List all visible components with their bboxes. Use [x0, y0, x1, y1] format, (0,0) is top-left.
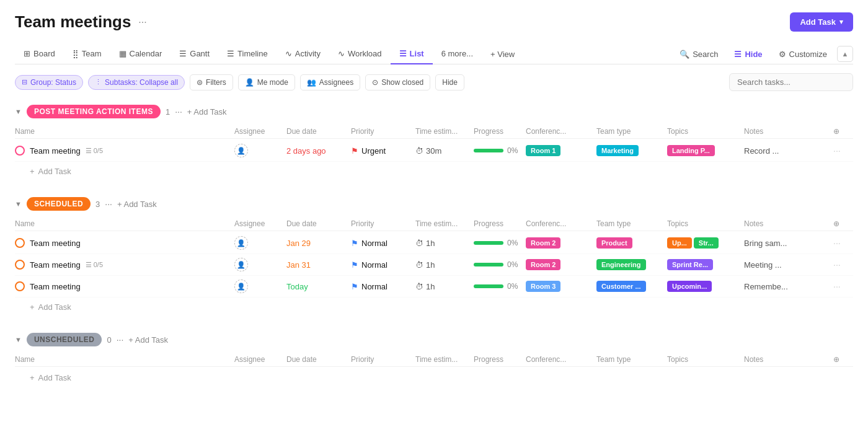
add-task-row-post-meeting[interactable]: + Add Task — [15, 162, 853, 178]
table-row: Team meeting ☰ 0/5 👤 Jan 31 ⚑ Normal ⏱ 1… — [15, 254, 853, 276]
tab-calendar[interactable]: ▦ Calendar — [110, 44, 171, 64]
priority-flag-icon: ⚑ — [351, 260, 358, 270]
col-topics: Topics — [667, 355, 742, 364]
task-status-icon[interactable] — [15, 281, 25, 291]
task-name[interactable]: Team meeting — [30, 260, 81, 270]
me-mode-button[interactable]: 👤 Me mode — [238, 74, 295, 90]
toolbar: ⊟ Group: Status ⋮ Subtasks: Collapse all… — [15, 73, 853, 91]
section-more-scheduled[interactable]: ··· — [105, 199, 112, 209]
tab-team[interactable]: ⣿ Team — [64, 44, 110, 64]
more-options-icon[interactable]: ··· — [138, 17, 146, 28]
task-status-icon[interactable] — [15, 238, 25, 248]
team-type-tag[interactable]: Engineering — [596, 259, 646, 270]
conference-tag[interactable]: Room 2 — [526, 237, 560, 249]
assignee-avatar[interactable]: 👤 — [234, 236, 248, 250]
tab-workload[interactable]: ∿ Workload — [329, 44, 391, 64]
topic-tag[interactable]: Up... — [667, 237, 692, 249]
task-name[interactable]: Team meeting — [30, 282, 81, 291]
search-input[interactable] — [729, 73, 853, 91]
conference-tag[interactable]: Room 3 — [526, 281, 560, 292]
section-header-post-meeting[interactable]: ▼ POST MEETING ACTION ITEMS 1 ··· + Add … — [15, 101, 853, 122]
assignee-avatar[interactable]: 👤 — [234, 280, 248, 293]
team-type-tag[interactable]: Product — [596, 237, 632, 249]
plus-icon: + — [30, 302, 35, 312]
search-button[interactable]: 🔍 Search — [673, 46, 724, 63]
task-name[interactable]: Team meeting — [30, 146, 81, 156]
add-task-row-scheduled[interactable]: + Add Task — [15, 297, 853, 314]
col-add[interactable]: ⊕ — [833, 127, 852, 136]
row-more-icon[interactable]: ··· — [833, 281, 852, 291]
col-name: Name — [15, 355, 232, 364]
section-header-unscheduled[interactable]: ▼ UNSCHEDULED 0 ··· + Add Task — [15, 329, 853, 350]
progress-value: 0% — [507, 146, 518, 155]
hide-button[interactable]: ☰ Hide — [728, 46, 768, 63]
col-priority: Priority — [351, 355, 413, 364]
tab-list[interactable]: ☰ List — [391, 44, 433, 64]
assignee-avatar[interactable]: 👤 — [234, 144, 248, 157]
row-more-icon[interactable]: ··· — [833, 238, 852, 248]
header-left: Team meetings ··· — [15, 12, 147, 32]
nav-tabs: ⊞ Board ⣿ Team ▦ Calendar ☰ Gantt ☰ Time… — [15, 44, 853, 64]
team-type-cell: Marketing — [596, 145, 665, 156]
row-more-icon[interactable]: ··· — [833, 146, 852, 156]
assignee-avatar[interactable]: 👤 — [234, 258, 248, 271]
tab-gantt[interactable]: ☰ Gantt — [170, 44, 218, 64]
section-more-unscheduled[interactable]: ··· — [117, 335, 124, 345]
tab-more[interactable]: 6 more... — [433, 44, 482, 64]
col-notes: Notes — [744, 127, 831, 136]
subtasks-chip[interactable]: ⋮ Subtasks: Collapse all — [88, 75, 185, 90]
hide-toolbar-button[interactable]: Hide — [435, 74, 464, 90]
section-add-task-unscheduled[interactable]: + Add Task — [128, 335, 168, 345]
section-more-post-meeting[interactable]: ··· — [175, 107, 182, 117]
assignee-cell: 👤 — [234, 144, 284, 157]
due-date: Jan 31 — [286, 260, 348, 270]
priority-label: Normal — [361, 260, 388, 270]
section-header-scheduled[interactable]: ▼ SCHEDULED 3 ··· + Add Task — [15, 193, 853, 214]
group-status-chip[interactable]: ⊟ Group: Status — [15, 75, 83, 90]
filters-button[interactable]: ⊜ Filters — [190, 74, 233, 90]
col-progress: Progress — [474, 355, 523, 364]
tab-timeline[interactable]: ☰ Timeline — [218, 44, 277, 64]
priority-cell: ⚑ Normal — [351, 260, 413, 270]
section-toggle-scheduled[interactable]: ▼ — [15, 200, 22, 208]
show-closed-button[interactable]: ⊙ Show closed — [365, 74, 430, 90]
topic-tag[interactable]: Landing P... — [667, 145, 715, 156]
team-type-tag[interactable]: Customer ... — [596, 281, 646, 292]
customize-button[interactable]: ⚙ Customize — [773, 46, 833, 63]
conference-tag[interactable]: Room 2 — [526, 259, 560, 270]
page-title: Team meetings — [15, 12, 131, 32]
task-status-icon[interactable] — [15, 260, 25, 270]
add-task-row-unscheduled[interactable]: + Add Task — [15, 368, 853, 385]
time-estim: ⏱ 1h — [415, 260, 471, 270]
section-add-task-post-meeting[interactable]: + Add Task — [187, 107, 227, 117]
col-team-type: Team type — [596, 355, 665, 364]
col-add[interactable]: ⊕ — [833, 355, 852, 364]
col-progress: Progress — [474, 219, 523, 228]
add-task-button[interactable]: Add Task ▾ — [790, 12, 853, 32]
team-type-tag[interactable]: Marketing — [596, 145, 639, 156]
subtask-count: ☰ 0/5 — [86, 261, 103, 269]
tab-activity[interactable]: ∿ Activity — [277, 44, 329, 64]
conference-tag[interactable]: Room 1 — [526, 145, 560, 156]
col-add[interactable]: ⊕ — [833, 219, 852, 228]
task-name[interactable]: Team meeting — [30, 239, 81, 248]
priority-cell: ⚑ Normal — [351, 239, 413, 248]
section-toggle-unscheduled[interactable]: ▼ — [15, 336, 22, 343]
tab-board[interactable]: ⊞ Board — [15, 44, 64, 64]
collapse-button[interactable]: ▲ — [837, 46, 853, 62]
assignees-button[interactable]: 👥 Assignees — [300, 74, 360, 90]
task-name-cell: Team meeting ☰ 0/5 — [15, 146, 232, 156]
task-status-icon[interactable] — [15, 146, 25, 156]
topic-tag[interactable]: Str... — [694, 237, 719, 249]
topic-tag[interactable]: Sprint Re... — [667, 259, 713, 270]
section-add-task-scheduled[interactable]: + Add Task — [117, 200, 157, 209]
section-scheduled: ▼ SCHEDULED 3 ··· + Add Task Name Assign… — [15, 193, 853, 314]
progress-bar — [474, 263, 503, 266]
section-toggle-post-meeting[interactable]: ▼ — [15, 108, 22, 115]
time-icon: ⏱ — [415, 260, 423, 270]
add-view-button[interactable]: + View — [482, 45, 523, 64]
row-more-icon[interactable]: ··· — [833, 260, 852, 270]
show-closed-icon: ⊙ — [372, 78, 378, 87]
topic-tag[interactable]: Upcomin... — [667, 281, 712, 292]
team-type-cell: Engineering — [596, 259, 665, 270]
